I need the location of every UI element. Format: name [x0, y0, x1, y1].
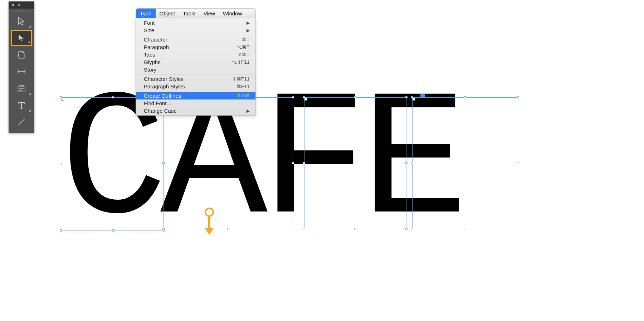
menu-item-find-font-[interactable]: Find Font... — [136, 99, 255, 107]
menu-item-shortcut: ⇧⌘T — [238, 52, 250, 57]
menu-item-story[interactable]: Story — [136, 66, 255, 73]
menu-item-label: Character — [144, 37, 167, 43]
flyout-indicator-icon — [29, 25, 31, 28]
selection-anchor[interactable] — [60, 163, 62, 165]
panel-grip[interactable] — [9, 9, 34, 12]
selection-anchor[interactable] — [292, 228, 294, 230]
menu-item-label: Font — [144, 20, 155, 26]
menu-item-label: Size — [144, 27, 154, 33]
selection-anchor[interactable] — [411, 96, 413, 98]
menu-item-label: Story — [144, 67, 156, 73]
collapse-icon[interactable]: » — [18, 3, 20, 7]
selection-anchor[interactable] — [227, 228, 229, 230]
selection-anchor[interactable] — [517, 162, 519, 164]
selection-anchor[interactable] — [112, 96, 114, 98]
menu-item-shortcut: ⇧⌘F11 — [232, 76, 250, 82]
selection-anchor[interactable] — [162, 162, 165, 164]
menu-item-label: Paragraph — [144, 44, 169, 50]
outlined-text[interactable]: CAFE — [60, 63, 461, 265]
gap-tool[interactable] — [11, 64, 32, 79]
menu-item-shortcut: ⌥⇧F11 — [231, 59, 250, 65]
menu-item-label: Character Styles — [144, 76, 184, 82]
menu-item-character-styles[interactable]: Character Styles⇧⌘F11 — [136, 75, 255, 83]
canvas-area[interactable]: CAFE — [0, 0, 644, 321]
menu-item-glyphs[interactable]: Glyphs⌥⇧F11 — [136, 58, 255, 66]
menu-item-shortcut: ⇧⌘O — [237, 93, 250, 98]
selection-anchor[interactable] — [60, 229, 62, 232]
menu-item-tabs[interactable]: Tabs⇧⌘T — [136, 51, 255, 58]
menu-item-font[interactable]: Font▶ — [136, 19, 255, 26]
selection-anchor[interactable] — [292, 162, 294, 164]
direct-selection-tool[interactable] — [11, 30, 32, 46]
flyout-indicator-icon — [28, 41, 30, 43]
chevron-right-icon: ▶ — [247, 28, 250, 33]
menu-item-shortcut: ⌥⌘T — [236, 44, 250, 50]
type-tool[interactable] — [11, 97, 32, 113]
selection-tool[interactable] — [11, 13, 32, 29]
menu-object[interactable]: Object — [156, 9, 179, 18]
svg-line-1 — [18, 119, 24, 125]
page-tool[interactable] — [11, 47, 32, 63]
menu-item-character[interactable]: Character⌘T — [136, 36, 255, 43]
flyout-indicator-icon — [29, 110, 31, 112]
selection-anchor[interactable] — [354, 228, 356, 230]
menu-bar: Type Object Table View Window — [136, 8, 256, 18]
menu-table[interactable]: Table — [179, 9, 200, 18]
menu-window[interactable]: Window — [219, 9, 246, 18]
selection-anchor[interactable] — [303, 228, 305, 230]
flyout-indicator-icon — [29, 93, 31, 95]
selection-anchor[interactable] — [517, 96, 519, 98]
menu-item-shortcut: ⌘F11 — [236, 84, 250, 89]
tools-panel: ✕ » — [9, 1, 34, 133]
menu-item-label: Find Font... — [144, 100, 171, 106]
selection-anchor[interactable] — [303, 96, 305, 98]
selection-anchor[interactable] — [292, 96, 294, 98]
annotation-arrowhead-icon — [205, 228, 214, 235]
selection-anchor[interactable] — [112, 229, 114, 232]
line-tool[interactable] — [11, 114, 32, 130]
selection-anchor[interactable] — [303, 162, 305, 164]
menu-item-label: Change Case — [144, 108, 177, 114]
selection-anchor[interactable] — [405, 162, 408, 164]
chevron-right-icon: ▶ — [247, 108, 250, 113]
chevron-right-icon: ▶ — [247, 20, 250, 25]
selection-anchor[interactable] — [411, 162, 413, 164]
menu-item-label: Paragraph Styles — [144, 83, 185, 89]
menu-type[interactable]: Type — [136, 9, 156, 18]
menu-item-change-case[interactable]: Change Case▶ — [136, 107, 255, 115]
content-collector-tool[interactable] — [11, 81, 32, 96]
selection-anchor[interactable] — [411, 228, 413, 230]
selection-anchor[interactable] — [163, 163, 165, 165]
selection-anchor[interactable] — [163, 229, 165, 232]
menu-item-label: Tabs — [144, 52, 155, 58]
menu-item-label: Create Outlines — [144, 93, 181, 99]
selection-anchor[interactable] — [162, 228, 165, 230]
menu-view[interactable]: View — [200, 9, 219, 18]
selection-anchor[interactable] — [517, 228, 519, 230]
menu-item-create-outlines[interactable]: Create Outlines⇧⌘O — [136, 92, 255, 99]
tutorial-annotation — [205, 208, 214, 217]
menu-item-shortcut: ⌘T — [242, 37, 250, 42]
glyph-bounding-box[interactable] — [61, 97, 164, 230]
selection-anchor[interactable] — [405, 96, 408, 98]
menu-item-size[interactable]: Size▶ — [136, 26, 255, 34]
close-icon[interactable]: ✕ — [11, 3, 15, 8]
selection-anchor[interactable] — [464, 228, 466, 230]
menu-item-label: Glyphs — [144, 59, 161, 65]
selection-anchor[interactable] — [405, 228, 408, 230]
svg-rect-0 — [18, 87, 25, 92]
glyph-bounding-box[interactable] — [304, 97, 406, 229]
panel-header[interactable]: ✕ » — [9, 1, 34, 9]
type-menu-dropdown: Font▶Size▶Character⌘TParagraph⌥⌘TTabs⇧⌘T… — [136, 18, 256, 116]
annotation-arrow-shaft — [208, 216, 210, 230]
annotation-circle-icon — [205, 208, 214, 217]
selection-anchor[interactable] — [464, 96, 466, 98]
menu-item-paragraph-styles[interactable]: Paragraph Styles⌘F11 — [136, 83, 255, 90]
glyph-bounding-box[interactable] — [164, 97, 293, 229]
selection-anchor[interactable] — [354, 96, 356, 98]
glyph-bounding-box[interactable] — [412, 97, 518, 229]
menu-item-paragraph[interactable]: Paragraph⌥⌘T — [136, 43, 255, 51]
origin-marker — [420, 94, 425, 98]
selection-anchor[interactable] — [60, 96, 62, 98]
